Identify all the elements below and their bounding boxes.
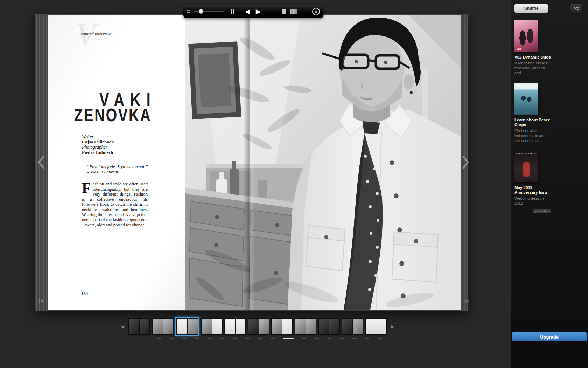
filmstrip-thumbnail-5[interactable]: [224, 318, 246, 335]
pagination-dot-10[interactable]: [271, 338, 275, 339]
pagination-dot-3[interactable]: [182, 338, 187, 339]
thumb-page: [272, 319, 282, 334]
thumb-page: [163, 319, 173, 334]
thumb-page: [177, 319, 187, 334]
filmstrip-thumbnail-10[interactable]: [342, 318, 363, 335]
pagination-dot-4[interactable]: [195, 338, 199, 339]
filmstrip-thumbnail-11[interactable]: [365, 318, 387, 335]
filmstrip-thumbnail-9[interactable]: [318, 318, 340, 335]
pagination-dots: [14, 338, 525, 339]
pull-quote-text: “Fashions fade. Style is eternal.”: [87, 164, 148, 169]
promo-item-peace-corps[interactable]: Learn about Peace Corps Find out what Vo…: [514, 83, 551, 143]
thumb-page: [140, 319, 150, 334]
pull-quote-attribution: – Yves St Laurent: [87, 169, 148, 175]
promo-title[interactable]: Learn about Peace Corps: [514, 117, 551, 127]
pagination-dot-9[interactable]: [258, 338, 262, 339]
thumb-page: [295, 319, 306, 334]
thumb-page: [202, 319, 212, 334]
chevron-right-icon: [462, 156, 470, 169]
article-title-line2: ZENOVKA: [74, 105, 152, 125]
filmstrip-thumbnail-6[interactable]: [248, 318, 270, 335]
thumb-page: [236, 319, 246, 334]
thumb-page: [282, 319, 293, 334]
close-button[interactable]: ×: [312, 8, 320, 15]
pagination-dot-17[interactable]: [365, 338, 369, 339]
thumb-page: [319, 319, 329, 334]
facing-pages-view-icon[interactable]: [290, 9, 297, 14]
pagination-dot-14[interactable]: [327, 338, 331, 339]
chevron-left-icon: [37, 156, 45, 169]
photographer-name: Piedra Lubitsch: [82, 150, 114, 155]
filmstrip-thumbnail-4[interactable]: [201, 318, 223, 335]
shuffle-icon: [573, 6, 580, 11]
photographer-label: Photographer: [82, 144, 114, 150]
pages-view-icon[interactable]: [231, 9, 234, 14]
page-number: 184: [81, 291, 88, 297]
promo-title[interactable]: May 2013 Anniversary Issu: [514, 185, 551, 195]
zoom-out-icon[interactable]: [187, 10, 190, 13]
filmstrip-next-arrow[interactable]: ▶: [391, 324, 394, 329]
magazine-left-page[interactable]: V Featured Interview VAKI ZENOVKA Writer…: [48, 15, 186, 310]
viewer-toolbar: ◀ ▶ ×: [183, 5, 323, 18]
upgrade-button[interactable]: Upgrade: [512, 332, 587, 341]
pagination-dot-18[interactable]: [378, 338, 382, 339]
promo-cover-peace-corps[interactable]: [514, 83, 538, 115]
skip-to-start-icon: [38, 299, 44, 304]
promo-subtitle: Wedding Season 2013: [514, 196, 551, 206]
section-label: Featured Interview: [78, 32, 111, 37]
promo-cover-chip: V82: [516, 47, 522, 50]
first-page-button[interactable]: [38, 299, 44, 305]
thumb-page: [353, 319, 363, 334]
pagination-dot-16[interactable]: [352, 338, 357, 339]
magazine-spread-frame: V Featured Interview VAKI ZENOVKA Writer…: [35, 14, 468, 311]
pagination-dot-2[interactable]: [170, 338, 174, 339]
pagination-dot-6[interactable]: [220, 338, 224, 339]
thumb-page: [248, 319, 259, 334]
pagination-dot-7[interactable]: [233, 338, 237, 339]
shuffle-icon-button[interactable]: [570, 4, 582, 13]
filmstrip-thumbnail-7[interactable]: [271, 318, 293, 335]
pagination-dot-8[interactable]: [245, 338, 250, 339]
promo-item-fashion-affair[interactable]: FASHION AFFAIR May 2013 Anniversary Issu…: [514, 151, 551, 214]
thumb-page: [153, 319, 163, 334]
last-page-button[interactable]: [464, 299, 470, 305]
zoom-slider-knob[interactable]: [199, 9, 203, 14]
filmstrip-prev-arrow[interactable]: ◀: [121, 324, 124, 329]
pull-quote: “Fashions fade. Style is eternal.” – Yve…: [87, 164, 148, 175]
pagination-dot-11[interactable]: [283, 338, 294, 339]
thumb-page: [259, 319, 269, 334]
magazine-photo-page[interactable]: [186, 15, 461, 310]
filmstrip-thumbnail-1[interactable]: [128, 318, 150, 335]
promo-cover-v-magazine[interactable]: V82: [514, 20, 538, 52]
zoom-slider[interactable]: [194, 11, 224, 12]
shuffle-row: Shuffle: [514, 4, 584, 13]
pagination-dot-5[interactable]: [208, 338, 212, 339]
next-spread-arrow[interactable]: [462, 156, 470, 170]
previous-page-button[interactable]: ◀: [245, 8, 250, 15]
article-credits: Writer Cajsa Lilliehook Photographer Pie…: [82, 134, 114, 155]
previous-spread-arrow[interactable]: [37, 156, 45, 170]
thumb-page: [306, 319, 316, 334]
thumb-page: [329, 319, 340, 334]
promo-subtitle: Find out what Volunteers do and the bene…: [514, 128, 551, 143]
promo-title[interactable]: V82 Dynamic Duos: [514, 55, 551, 60]
pagination-dot-1[interactable]: [157, 338, 161, 339]
single-page-view-icon[interactable]: [282, 9, 286, 14]
filmstrip: ◀ ▶: [118, 316, 397, 336]
promoted-badge-row: promoted: [514, 207, 551, 214]
pagination-dot-13[interactable]: [315, 338, 319, 339]
filmstrip-thumbnail-3[interactable]: [175, 317, 199, 336]
promo-cover-fashion-affair[interactable]: FASHION AFFAIR: [514, 151, 538, 182]
filmstrip-thumbnails: [128, 317, 387, 336]
pagination-dot-15[interactable]: [340, 338, 344, 339]
sidebar-footer: [511, 343, 588, 368]
promo-item-v82[interactable]: V82 V82 Dynamic Duos V Magazine Issue 82…: [514, 20, 551, 75]
shuffle-button[interactable]: Shuffle: [514, 4, 548, 13]
next-page-button[interactable]: ▶: [256, 8, 261, 15]
thumb-page: [225, 319, 235, 334]
pagination-dot-12[interactable]: [302, 338, 306, 339]
filmstrip-thumbnail-8[interactable]: [295, 318, 316, 335]
article-body: Fashion and style are often used interch…: [82, 182, 148, 227]
thumb-page: [212, 319, 222, 334]
filmstrip-thumbnail-2[interactable]: [152, 318, 174, 335]
